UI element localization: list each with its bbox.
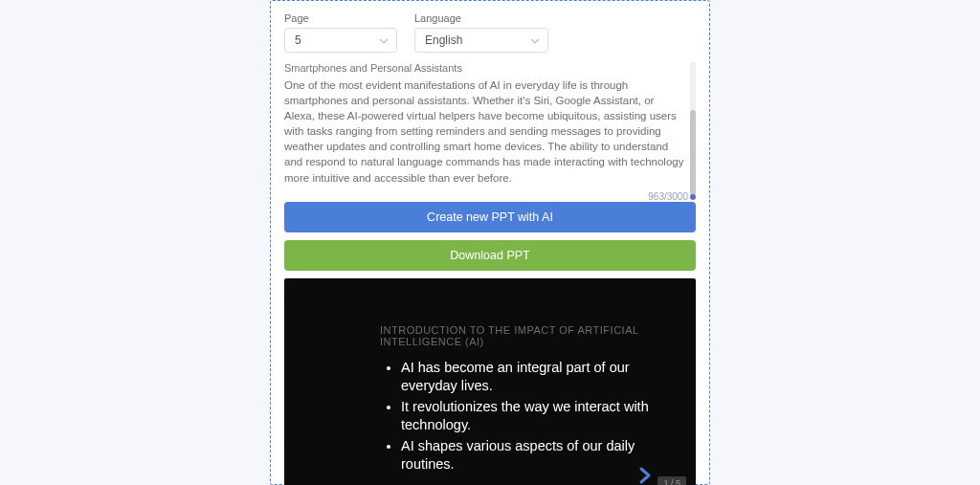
chevron-down-icon <box>379 33 389 47</box>
slide-bullet-list: AI has become an integral part of our ev… <box>380 359 657 474</box>
form-row: Page 5 Language English <box>284 12 696 53</box>
language-select-value: English <box>425 33 462 47</box>
page-label: Page <box>284 12 397 24</box>
page-select[interactable]: 5 <box>284 28 397 53</box>
page-field: Page 5 <box>284 12 397 53</box>
resize-handle-icon[interactable] <box>690 194 696 200</box>
language-label: Language <box>414 12 548 24</box>
ppt-generator-panel: Page 5 Language English Smartphones and … <box>270 0 710 485</box>
slide-bullet-item: AI has become an integral part of our ev… <box>401 359 657 396</box>
chevron-down-icon <box>530 33 540 47</box>
language-field: Language English <box>414 12 548 53</box>
content-body-text: One of the most evident manifestations o… <box>284 77 686 186</box>
language-select[interactable]: English <box>414 28 548 53</box>
content-section-heading: Smartphones and Personal Assistants <box>284 62 686 74</box>
page-select-value: 5 <box>295 33 301 47</box>
slide-bullet-item: It revolutionizes the way we interact wi… <box>401 398 657 435</box>
content-textarea[interactable]: Smartphones and Personal Assistants One … <box>284 62 696 186</box>
next-slide-button[interactable] <box>636 464 654 485</box>
char-counter-text: 963/3000 <box>648 191 688 202</box>
slide-bullet-item: AI shapes various aspects of our daily r… <box>401 437 657 474</box>
slide-title: INTRODUCTION TO THE IMPACT OF ARTIFICIAL… <box>380 324 657 347</box>
slide-page-indicator: 1 / 5 <box>657 476 686 485</box>
scrollbar-thumb[interactable] <box>690 110 696 196</box>
char-counter: 963/3000 <box>284 191 696 202</box>
slide-preview: INTRODUCTION TO THE IMPACT OF ARTIFICIAL… <box>284 278 696 485</box>
slide-nav: 1 / 5 <box>636 464 686 485</box>
create-ppt-button[interactable]: Create new PPT with AI <box>284 202 696 232</box>
download-ppt-button[interactable]: Download PPT <box>284 240 696 271</box>
